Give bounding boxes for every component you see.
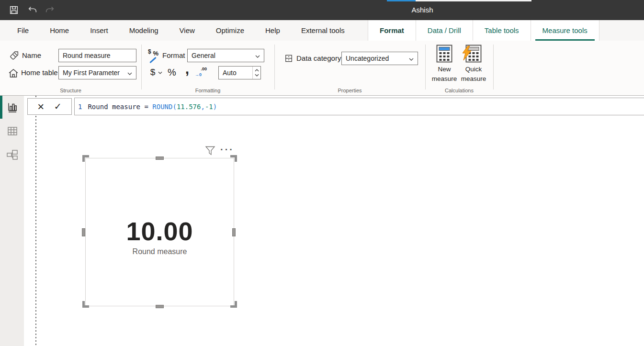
tab-help[interactable]: Help bbox=[255, 26, 291, 34]
titlebar: Ashish bbox=[0, 0, 644, 20]
lightning-icon bbox=[462, 45, 472, 64]
formatting-group-label: Formatting bbox=[141, 88, 274, 93]
name-input[interactable]: Round measure bbox=[58, 49, 136, 62]
tab-file[interactable]: File bbox=[7, 26, 39, 34]
group-divider bbox=[493, 45, 494, 89]
tab-data-drill[interactable]: Data / Drill bbox=[416, 20, 473, 41]
tab-external-tools[interactable]: External tools bbox=[291, 26, 355, 34]
formula-line-number: 1 bbox=[75, 103, 88, 111]
tab-format[interactable]: Format bbox=[368, 20, 416, 41]
card-value: 10.00 bbox=[85, 216, 234, 246]
data-category-value: Uncategorized bbox=[346, 55, 389, 62]
ribbon-tab-row: File Home Insert Modeling View Optimize … bbox=[0, 20, 644, 41]
resize-handle-top-right[interactable] bbox=[230, 155, 237, 162]
new-measure-calculator-icon bbox=[436, 45, 452, 63]
ribbon: Name Round measure Home table My First P… bbox=[0, 41, 644, 96]
view-sidebar bbox=[0, 96, 24, 346]
formula-token: ) bbox=[213, 103, 217, 111]
chevron-down-icon bbox=[255, 52, 260, 59]
home-table-value: My First Parameter bbox=[63, 69, 120, 77]
group-divider bbox=[274, 45, 275, 89]
resize-handle-bottom[interactable] bbox=[156, 305, 164, 308]
visual-more-options-icon[interactable]: ··· bbox=[220, 144, 234, 155]
cancel-formula-button[interactable]: × bbox=[37, 101, 44, 112]
format-dropdown[interactable]: General bbox=[187, 49, 264, 62]
new-measure-label: New measure bbox=[429, 65, 460, 83]
model-view-icon[interactable] bbox=[6, 148, 19, 161]
chevron-down-icon bbox=[409, 55, 414, 62]
data-category-icon bbox=[283, 53, 294, 64]
report-view-icon[interactable] bbox=[6, 101, 19, 114]
formula-input[interactable]: 1 Round measure = ROUND(11.576,-1) bbox=[74, 98, 644, 115]
format-dollar-percent-icon: $ % bbox=[147, 50, 160, 62]
contextual-tabs: Format Data / Drill Table tools Measure … bbox=[368, 20, 599, 41]
decimal-places-icon[interactable]: .00 →0 bbox=[195, 66, 207, 78]
thousands-separator-button[interactable]: , bbox=[183, 62, 192, 76]
format-label: Format bbox=[162, 49, 185, 62]
home-table-label: Home table bbox=[21, 66, 58, 79]
resize-handle-bottom-left[interactable] bbox=[82, 301, 89, 308]
properties-group-label: Properties bbox=[274, 88, 425, 93]
formula-token: ( bbox=[172, 103, 176, 111]
currency-chevron-icon[interactable] bbox=[157, 70, 163, 75]
progress-bar[interactable] bbox=[387, 0, 531, 1]
power-bi-desktop-window: Ashish File Home Insert Modeling View Op… bbox=[0, 0, 644, 346]
commit-formula-button[interactable]: ✓ bbox=[54, 101, 62, 112]
tag-icon bbox=[9, 50, 20, 61]
formula-token: , bbox=[201, 103, 204, 111]
resize-handle-bottom-right[interactable] bbox=[230, 301, 237, 308]
new-measure-button[interactable]: New measure bbox=[429, 45, 460, 83]
decimal-places-spinner[interactable]: Auto bbox=[218, 66, 261, 79]
format-value: General bbox=[192, 52, 215, 59]
active-view-indicator bbox=[0, 96, 2, 119]
formula-token: ROUND bbox=[152, 103, 172, 111]
chevron-down-icon bbox=[127, 69, 132, 77]
formula-token: -1 bbox=[205, 103, 213, 111]
spinner-arrows[interactable] bbox=[252, 67, 260, 79]
formula-token: 11.576 bbox=[177, 103, 201, 111]
canvas-page-edge bbox=[35, 96, 36, 346]
tab-insert[interactable]: Insert bbox=[79, 26, 119, 34]
quick-measure-button[interactable]: Quick measure bbox=[458, 45, 489, 83]
currency-format-button[interactable]: $ bbox=[148, 66, 157, 79]
card-label: Round measure bbox=[85, 247, 234, 256]
resize-handle-left[interactable] bbox=[82, 228, 85, 236]
tab-modeling[interactable]: Modeling bbox=[119, 26, 169, 34]
undo-icon[interactable] bbox=[26, 4, 39, 16]
tab-measure-tools[interactable]: Measure tools bbox=[531, 20, 599, 41]
group-divider bbox=[141, 45, 142, 89]
redo-icon[interactable] bbox=[44, 4, 56, 16]
tab-home[interactable]: Home bbox=[39, 26, 79, 34]
document-title: Ashish bbox=[411, 0, 433, 20]
home-table-dropdown[interactable]: My First Parameter bbox=[58, 66, 136, 79]
percent-format-button[interactable]: % bbox=[167, 66, 177, 79]
visual-filter-icon[interactable] bbox=[205, 146, 215, 156]
formula-expression: Round measure = ROUND(11.576,-1) bbox=[88, 103, 217, 111]
resize-handle-top-left[interactable] bbox=[82, 155, 89, 162]
formula-token: Round measure = bbox=[88, 103, 152, 111]
name-label: Name bbox=[22, 49, 41, 62]
quick-measure-calculator-icon bbox=[465, 45, 482, 63]
tab-optimize[interactable]: Optimize bbox=[205, 26, 255, 34]
structure-group-label: Structure bbox=[0, 88, 141, 93]
decimal-places-value: Auto bbox=[223, 69, 237, 77]
data-category-dropdown[interactable]: Uncategorized bbox=[341, 52, 418, 65]
formula-action-buttons: × ✓ bbox=[27, 98, 72, 115]
save-icon[interactable] bbox=[8, 4, 20, 16]
resize-handle-right[interactable] bbox=[232, 228, 236, 236]
group-divider bbox=[425, 45, 426, 89]
tab-table-tools[interactable]: Table tools bbox=[473, 20, 531, 41]
main-tabs: File Home Insert Modeling View Optimize … bbox=[7, 20, 355, 41]
quick-measure-label: Quick measure bbox=[458, 65, 489, 83]
name-input-value: Round measure bbox=[63, 52, 111, 59]
home-icon bbox=[7, 67, 20, 79]
resize-handle-top[interactable] bbox=[156, 156, 164, 160]
data-view-icon[interactable] bbox=[6, 124, 19, 137]
tab-view[interactable]: View bbox=[169, 26, 205, 34]
data-category-label: Data category bbox=[296, 52, 341, 65]
calculations-group-label: Calculations bbox=[425, 88, 493, 93]
